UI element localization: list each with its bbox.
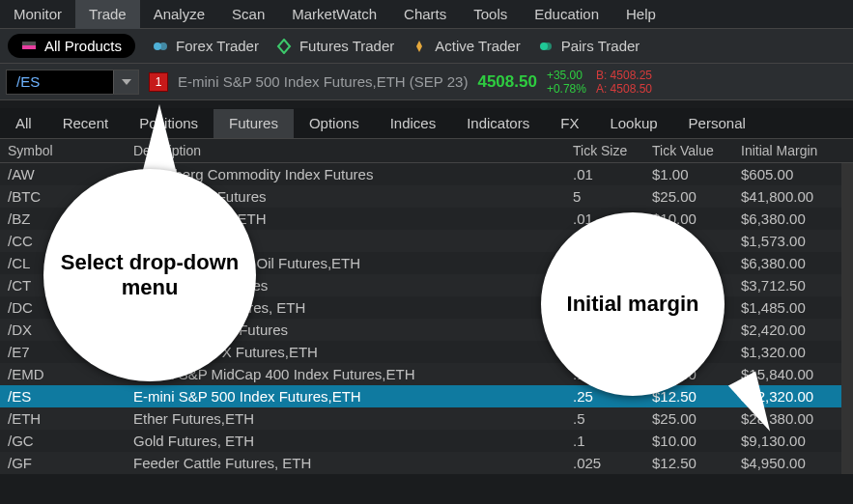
tab-indicators[interactable]: Indicators [451,109,545,138]
col-initialmargin[interactable]: Initial Margin [733,139,841,163]
all-products-icon [21,39,37,54]
svg-rect-0 [22,45,36,49]
last-price: 4508.50 [477,72,536,92]
svg-point-3 [159,42,167,50]
table-row[interactable]: /GFFeeder Cattle Futures, ETH.025$12.50$… [0,452,853,474]
pairs-trader-link[interactable]: Pairs Trader [538,38,640,54]
tab-personal[interactable]: Personal [673,109,761,138]
table-row[interactable]: /ETHEther Futures,ETH.5$25.00$28,380.00 [0,407,853,430]
symbol-description: E-mini S&P 500 Index Futures,ETH (SEP 23… [178,73,468,90]
menu-education[interactable]: Education [521,0,612,29]
tab-futures[interactable]: Futures [213,109,294,138]
svg-rect-1 [22,42,36,45]
svg-point-5 [544,42,552,50]
menu-marketwatch[interactable]: MarketWatch [278,0,390,29]
change-abs: +35.00 [547,69,586,82]
tab-fx[interactable]: FX [545,109,594,138]
tab-options[interactable]: Options [294,109,375,138]
futures-trader-label: Futures Trader [299,38,394,54]
active-trader-link[interactable]: Active Trader [412,38,520,54]
bid-ask: B: 4508.25 A: 4508.50 [596,69,652,96]
col-tickvalue[interactable]: Tick Value [644,139,733,163]
symbol-select[interactable]: /ES [6,70,139,95]
link-group-badge[interactable]: 1 [149,72,168,92]
forex-icon [153,39,168,54]
main-menubar: MonitorTradeAnalyzeScanMarketWatchCharts… [0,0,853,29]
symbol-dropdown-button[interactable] [113,70,138,94]
tab-indices[interactable]: Indices [375,109,452,138]
menu-monitor[interactable]: Monitor [0,0,75,29]
callout-dropdown: Select drop-down menu [43,169,256,381]
table-row[interactable]: /ESE-mini S&P 500 Index Futures,ETH.25$1… [0,385,853,407]
scrollbar-track[interactable] [841,139,853,163]
table-header-row: Symbol Description Tick Size Tick Value … [0,139,853,163]
futures-icon [276,39,292,54]
col-symbol[interactable]: Symbol [0,139,126,163]
change-pct: +0.78% [547,82,586,96]
pairs-trader-label: Pairs Trader [561,38,640,54]
active-icon [412,39,427,54]
price-change: +35.00 +0.78% [547,69,586,96]
all-products-label: All Products [44,38,122,54]
menu-help[interactable]: Help [612,0,669,29]
futures-trader-link[interactable]: Futures Trader [276,38,394,54]
tab-recent[interactable]: Recent [47,109,125,138]
col-ticksize[interactable]: Tick Size [565,139,644,163]
symbol-value: /ES [7,73,113,90]
chevron-down-icon [122,79,131,85]
menu-charts[interactable]: Charts [390,0,460,29]
forex-trader-label: Forex Trader [176,38,259,54]
forex-trader-link[interactable]: Forex Trader [153,38,259,54]
active-trader-label: Active Trader [435,38,520,54]
tab-lookup[interactable]: Lookup [594,109,672,138]
trader-mode-toolbar: All Products Forex Trader Futures Trader… [0,29,853,64]
menu-scan[interactable]: Scan [218,0,278,29]
tab-all[interactable]: All [0,109,47,138]
all-products-pill[interactable]: All Products [8,34,135,58]
symbol-info-row: /ES 1 E-mini S&P 500 Index Futures,ETH (… [0,64,853,100]
menu-tools[interactable]: Tools [460,0,521,29]
menu-analyze[interactable]: Analyze [140,0,218,29]
callout-initial-margin: Initial margin [541,212,725,396]
col-description[interactable]: Description [126,139,565,163]
pairs-icon [538,39,554,54]
table-row[interactable]: /GCGold Futures, ETH.1$10.00$9,130.00 [0,430,853,452]
menu-trade[interactable]: Trade [75,0,140,29]
lookup-tabstrip: AllRecentPositionsFuturesOptionsIndicesI… [0,108,853,139]
